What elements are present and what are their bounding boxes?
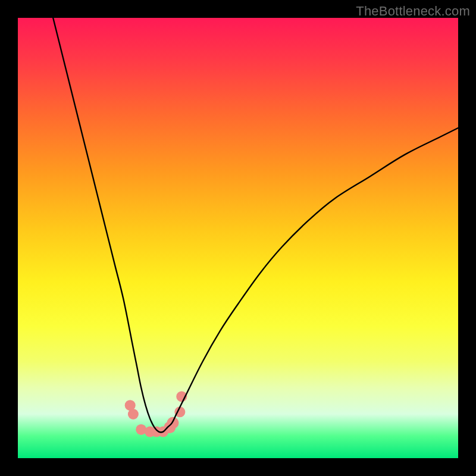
plot-area [18, 18, 458, 458]
scatter-dot [128, 409, 139, 419]
watermark-text: TheBottleneck.com [356, 4, 470, 19]
chart-svg [18, 18, 458, 458]
outer-frame: TheBottleneck.com [0, 0, 476, 476]
bottleneck-curve [53, 18, 458, 433]
